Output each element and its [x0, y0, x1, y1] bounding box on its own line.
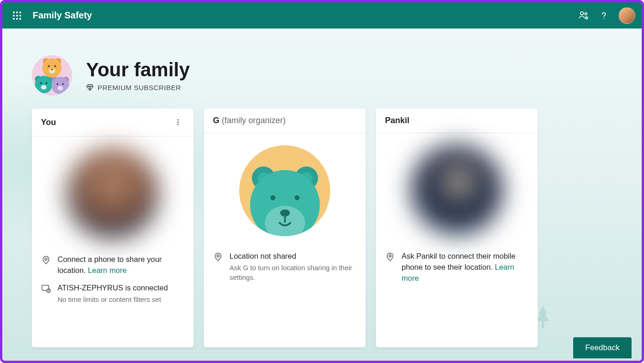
- family-cards-row: You: [32, 108, 612, 347]
- svg-point-38: [45, 258, 47, 261]
- location-status-text: Connect a phone to share your location. …: [58, 255, 162, 274]
- svg-point-21: [41, 85, 46, 90]
- location-status-text: Ask Pankil to connect their mobile phone…: [402, 252, 516, 282]
- app-header: Family Safety: [2, 2, 642, 28]
- svg-point-34: [51, 68, 53, 70]
- app-launcher-button[interactable]: [9, 7, 25, 24]
- member-avatar: [376, 133, 538, 248]
- location-status-row: Connect a phone to share your location. …: [41, 254, 184, 276]
- location-icon: [385, 252, 395, 262]
- card-name: G (family organizer): [213, 116, 286, 125]
- subscriber-label: PREMIUM SUBSCRIBER: [98, 84, 181, 91]
- location-icon: [213, 252, 223, 262]
- device-status-text: ATISH-ZEPHYRUS is connected: [58, 283, 168, 294]
- location-status-text: Location not shared: [230, 251, 356, 262]
- svg-point-25: [57, 83, 58, 85]
- location-icon: [41, 255, 51, 265]
- family-card-g[interactable]: G (family organizer): [204, 108, 366, 347]
- family-logo: [32, 55, 72, 96]
- svg-point-2: [19, 11, 21, 13]
- help-icon: [599, 11, 609, 21]
- svg-point-35: [178, 119, 179, 121]
- svg-point-11: [586, 17, 587, 18]
- family-card-pankil[interactable]: Pankil: [376, 108, 538, 347]
- svg-point-0: [13, 11, 15, 13]
- svg-point-24: [52, 77, 69, 94]
- svg-point-6: [13, 18, 15, 20]
- help-button[interactable]: [594, 6, 614, 26]
- svg-point-5: [19, 15, 21, 17]
- family-card-you[interactable]: You: [32, 108, 194, 347]
- window-frame: Family Safety: [0, 0, 644, 363]
- location-status-row: Location not shared Ask G to turn on loc…: [213, 251, 356, 282]
- svg-point-31: [48, 65, 50, 68]
- page-title: Your family: [86, 59, 190, 80]
- svg-point-18: [35, 76, 52, 93]
- feedback-button[interactable]: Feedback: [573, 337, 632, 358]
- card-name: Pankil: [385, 116, 409, 125]
- svg-point-37: [178, 124, 179, 125]
- card-header: Pankil: [376, 108, 538, 133]
- family-management-button[interactable]: [574, 6, 594, 26]
- member-name: You: [41, 118, 56, 127]
- main-scroll-area[interactable]: Your family PREMIUM SUBSCRIBER: [2, 28, 642, 361]
- svg-point-32: [54, 65, 57, 68]
- more-vertical-icon: [174, 119, 182, 126]
- location-status-row: Ask Pankil to connect their mobile phone…: [385, 251, 529, 284]
- app-title: Family Safety: [33, 10, 92, 21]
- device-status-sub: No time limits or content filters set: [58, 295, 168, 304]
- svg-point-19: [40, 82, 42, 84]
- card-header: You: [32, 108, 194, 136]
- people-settings-icon: [578, 10, 589, 21]
- location-status-sub: Ask G to turn on location sharing in the…: [230, 263, 356, 282]
- svg-point-8: [19, 18, 21, 20]
- app-window: Family Safety: [2, 2, 642, 361]
- member-avatar: [204, 133, 366, 248]
- learn-more-link[interactable]: Learn more: [88, 266, 126, 274]
- svg-point-48: [280, 210, 289, 217]
- member-name: Pankil: [385, 116, 409, 125]
- page-header: Your family PREMIUM SUBSCRIBER: [32, 55, 612, 96]
- device-clock-icon: [41, 284, 51, 294]
- member-name: G: [213, 116, 219, 125]
- card-more-button[interactable]: [172, 116, 184, 129]
- svg-point-9: [581, 11, 583, 14]
- member-avatar: [32, 136, 194, 251]
- card-name: You: [41, 118, 56, 127]
- member-role: (family organizer): [222, 116, 286, 125]
- svg-point-1: [16, 11, 18, 13]
- svg-point-51: [217, 255, 219, 257]
- svg-point-20: [46, 82, 47, 84]
- diamond-icon: [86, 84, 94, 91]
- subscriber-badge: PREMIUM SUBSCRIBER: [86, 84, 190, 91]
- svg-point-27: [58, 86, 63, 91]
- svg-point-50: [294, 195, 299, 200]
- device-status-row: ATISH-ZEPHYRUS is connected No time limi…: [41, 283, 184, 304]
- svg-point-3: [13, 15, 15, 17]
- svg-point-10: [585, 12, 587, 15]
- svg-point-49: [270, 195, 275, 200]
- card-header: G (family organizer): [204, 108, 366, 133]
- user-avatar-button[interactable]: [619, 7, 635, 24]
- waffle-icon: [12, 11, 22, 20]
- svg-point-4: [16, 15, 18, 17]
- main-content: Your family PREMIUM SUBSCRIBER: [2, 28, 642, 361]
- svg-point-52: [389, 255, 391, 257]
- svg-point-12: [604, 18, 604, 19]
- svg-point-7: [16, 18, 18, 20]
- svg-point-26: [62, 83, 64, 85]
- svg-point-36: [178, 122, 179, 123]
